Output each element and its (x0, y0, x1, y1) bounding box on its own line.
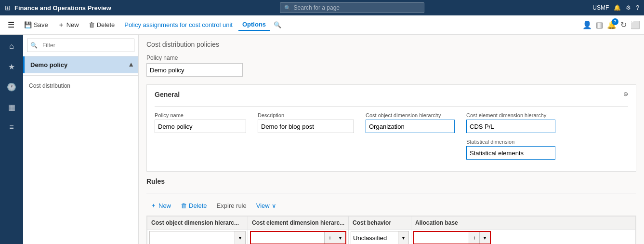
delete-icon: 🗑 (89, 21, 95, 28)
sidebar-item-cost-distribution[interactable]: Cost distribution (23, 78, 138, 94)
policy-name-header-input[interactable] (146, 63, 243, 77)
cost-behavior-cell: Unclassified ▾ (351, 231, 409, 244)
cost-object-input[interactable] (366, 120, 455, 133)
badge-icon: 🔔 7 (607, 20, 617, 29)
allocation-base-cell: ＋ ▾ (413, 231, 491, 244)
cost-element-cell: ＋ ▾ (250, 231, 346, 244)
filter-input[interactable] (40, 39, 134, 52)
form-group-spacer-3 (366, 139, 455, 146)
allocation-base-add-btn[interactable]: ＋ (469, 232, 479, 244)
rules-table: Cost object dimension hierarc... Cost el… (147, 216, 636, 244)
cell-cost-element: ＋ ▾ (248, 230, 349, 244)
form-group-spacer-2 (258, 139, 354, 146)
rules-delete-icon: 🗑 (181, 202, 187, 209)
description-label: Description (258, 112, 354, 118)
rules-grid-wrapper: Cost object dimension hierarc... Cost el… (146, 216, 636, 244)
grid-icon[interactable]: ⊞ (5, 4, 11, 12)
general-section: ⊖ General Policy name Description Cost o… (146, 84, 636, 172)
nav-recent-icon[interactable]: 🕐 (2, 77, 21, 96)
cost-behavior-text: Unclassified (351, 234, 398, 242)
help-icon[interactable]: ? (636, 4, 639, 11)
cost-element-input[interactable] (466, 120, 555, 133)
fullscreen-icon[interactable]: ⬜ (631, 20, 640, 29)
new-button[interactable]: ＋ New (54, 17, 83, 33)
sidebar-item-demo-policy[interactable]: Demo policy (23, 56, 138, 73)
search-placeholder: Search for a page (294, 4, 340, 11)
col-header-cost-object: Cost object dimension hierarc... (147, 217, 248, 230)
form-group-spacer-1 (155, 139, 246, 146)
search-icon: 🔍 (284, 5, 291, 11)
rules-new-button[interactable]: ＋ New (146, 199, 175, 212)
form-group-cost-element: Cost element dimension hierarchy (466, 112, 555, 133)
cost-object-label: Cost object dimension hierarchy (366, 112, 455, 118)
policy-name-section: Cost distribution policies Policy name (146, 41, 636, 77)
columns-icon[interactable]: ▥ (596, 20, 603, 29)
table-header-row: Cost object dimension hierarc... Cost el… (147, 217, 636, 230)
cell-extra (493, 230, 636, 244)
cell-allocation-base: ＋ ▾ (411, 230, 493, 244)
stat-dim-input[interactable] (466, 146, 555, 160)
settings-icon[interactable]: ⚙ (626, 4, 631, 11)
hamburger-icon[interactable]: ☰ (4, 18, 18, 31)
cost-element-add-btn[interactable]: ＋ (324, 232, 335, 244)
sidebar-filter-section: 🔍 (23, 35, 138, 56)
cost-element-label: Cost element dimension hierarchy (466, 112, 555, 118)
allocation-base-dropdown-btn[interactable]: ▾ (479, 232, 490, 244)
options-tab[interactable]: Options (238, 19, 270, 31)
cost-object-dropdown-btn[interactable]: ▾ (235, 231, 245, 244)
refresh-icon[interactable]: ↻ (620, 20, 627, 29)
title-bar-right: USMF 🔔 ⚙ ? (592, 4, 639, 11)
cost-element-dropdown-btn[interactable]: ▾ (335, 232, 345, 244)
col-header-extra (493, 217, 636, 230)
policy-name-label-2: Policy name (155, 112, 246, 118)
cost-behavior-dropdown-btn[interactable]: ▾ (398, 231, 408, 244)
nav-modules-icon[interactable]: ≡ (2, 118, 21, 137)
delete-button[interactable]: 🗑 Delete (85, 17, 119, 33)
left-nav: ⌂ ★ 🕐 ▦ ≡ (0, 35, 23, 244)
policy-assignments-link[interactable]: Policy assignments for cost control unit (120, 19, 237, 30)
command-bar: ☰ 💾 Save ＋ New 🗑 Delete Policy assignmen… (0, 15, 644, 35)
rules-delete-button[interactable]: 🗑 Delete (177, 200, 211, 211)
search-bar[interactable]: 🔍 Search for a page (280, 2, 424, 13)
view-chevron-icon: ∨ (272, 202, 276, 209)
rules-divider (146, 193, 636, 193)
form-row-1: Policy name Description Cost object dime… (155, 112, 628, 133)
description-input[interactable] (258, 120, 354, 133)
search-cmd-icon[interactable]: 🔍 (274, 21, 281, 28)
expand-button[interactable]: ⊖ (623, 91, 628, 97)
section-title: Cost distribution policies (146, 41, 636, 48)
form-row-2: Statistical dimension (155, 139, 628, 160)
general-divider (155, 106, 628, 107)
cost-object-cell: ▾ (149, 231, 246, 244)
policy-name-input[interactable] (155, 120, 246, 133)
sidebar-scroll-up[interactable]: ▲ (128, 60, 134, 68)
save-button[interactable]: 💾 Save (20, 17, 52, 33)
person-icon[interactable]: 👤 (582, 20, 592, 29)
col-header-allocation-base: Allocation base (411, 217, 493, 230)
view-button[interactable]: View ∨ (252, 200, 280, 211)
nav-home-icon[interactable]: ⌂ (2, 37, 21, 56)
nav-workspaces-icon[interactable]: ▦ (2, 97, 21, 117)
policy-name-label: Policy name (146, 54, 636, 61)
col-header-cost-element: Cost element dimension hierarc... (248, 217, 349, 230)
form-group-cost-object: Cost object dimension hierarchy (366, 112, 455, 133)
filter-icon: 🔍 (27, 42, 40, 49)
stat-dim-label: Statistical dimension (466, 139, 555, 145)
cell-cost-object: ▾ (147, 230, 248, 244)
nav-favorites-icon[interactable]: ★ (2, 57, 21, 76)
rules-new-icon: ＋ (150, 201, 157, 210)
app-title: Finance and Operations Preview (14, 4, 111, 12)
title-bar-center: 🔍 Search for a page (111, 2, 592, 13)
expire-rule-button[interactable]: Expire rule (213, 200, 250, 211)
save-icon: 💾 (24, 21, 32, 28)
app-layout: ⌂ ★ 🕐 ▦ ≡ 🔍 Demo policy ▲ Cost distribut… (0, 35, 644, 244)
main-content: Cost distribution policies Policy name ⊖… (139, 35, 644, 244)
sidebar: 🔍 Demo policy ▲ Cost distribution (23, 35, 139, 244)
col-header-cost-behavior: Cost behavior (349, 217, 411, 230)
form-group-stat-dim: Statistical dimension (466, 139, 555, 160)
cost-object-cell-input[interactable] (150, 231, 235, 244)
rules-toolbar: ＋ New 🗑 Delete Expire rule View ∨ (146, 199, 636, 212)
general-header: General (155, 91, 628, 100)
notification-icon[interactable]: 🔔 (614, 4, 621, 11)
table-row: ▾ ＋ ▾ (147, 230, 636, 244)
